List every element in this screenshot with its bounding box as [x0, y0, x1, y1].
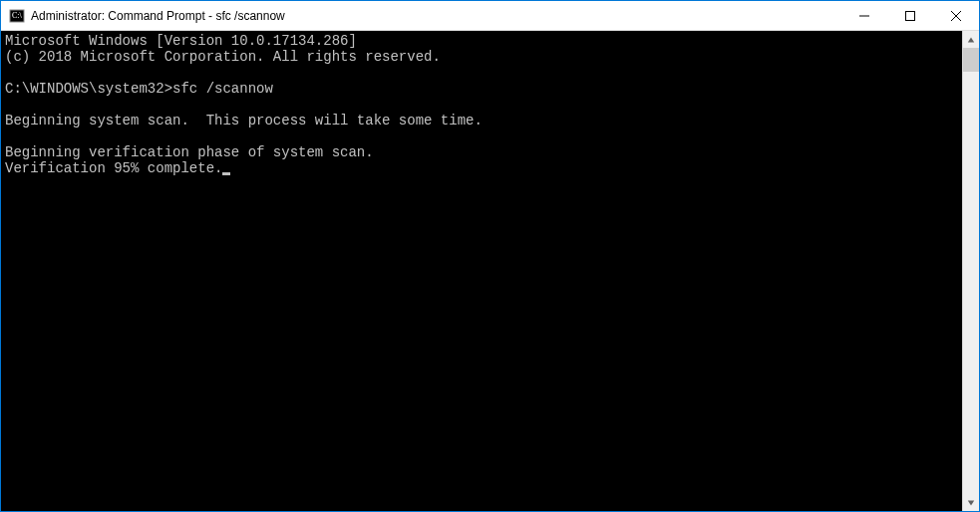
minimize-button[interactable]: [841, 1, 887, 30]
console-line: [5, 128, 958, 144]
scroll-up-arrow-icon[interactable]: [963, 31, 979, 48]
svg-marker-6: [968, 37, 974, 42]
cmd-icon: C:\: [9, 8, 25, 24]
close-button[interactable]: [933, 1, 979, 30]
console-line: Beginning verification phase of system s…: [5, 144, 958, 160]
text-cursor: [222, 172, 230, 175]
scroll-thumb[interactable]: [963, 48, 979, 72]
svg-marker-7: [968, 500, 974, 505]
console-output[interactable]: Microsoft Windows [Version 10.0.17134.28…: [1, 31, 962, 511]
scroll-down-arrow-icon[interactable]: [963, 494, 979, 511]
titlebar[interactable]: C:\ Administrator: Command Prompt - sfc …: [1, 1, 979, 31]
vertical-scrollbar[interactable]: [962, 31, 979, 511]
console-line: C:\WINDOWS\system32>sfc /scannow: [5, 81, 958, 97]
svg-text:C:\: C:\: [12, 11, 23, 20]
console-area: Microsoft Windows [Version 10.0.17134.28…: [1, 31, 979, 511]
console-line: [5, 65, 958, 81]
console-line: Microsoft Windows [Version 10.0.17134.28…: [5, 33, 958, 49]
scroll-track[interactable]: [963, 48, 979, 494]
console-line: Beginning system scan. This process will…: [5, 113, 958, 128]
window-controls: [841, 1, 979, 30]
console-line: Verification 95% complete.: [5, 160, 958, 176]
maximize-button[interactable]: [887, 1, 933, 30]
console-line: (c) 2018 Microsoft Corporation. All righ…: [5, 49, 958, 65]
window-title: Administrator: Command Prompt - sfc /sca…: [31, 9, 841, 23]
svg-rect-3: [906, 11, 915, 20]
console-line: [5, 97, 958, 113]
